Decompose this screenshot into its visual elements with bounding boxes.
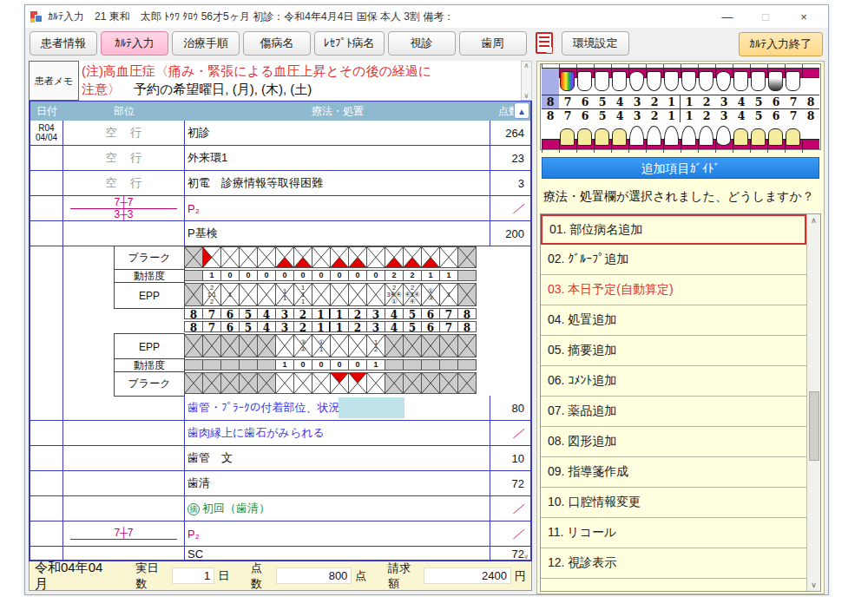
- perio-cell[interactable]: [348, 283, 367, 306]
- tooth-number-cell[interactable]: 8: [457, 308, 477, 319]
- tooth-number[interactable]: 2: [698, 95, 715, 108]
- perio-cell[interactable]: 1: [220, 283, 240, 306]
- tooth-number-cell[interactable]: 7: [202, 308, 221, 319]
- tooth-number[interactable]: 4: [611, 109, 628, 122]
- cell-treatment[interactable]: 摘初回（歯清）: [185, 496, 490, 521]
- tooth-number[interactable]: 4: [733, 95, 750, 108]
- mobility-cell[interactable]: [184, 270, 203, 281]
- guide-scroll-thumb[interactable]: [809, 391, 819, 461]
- perio-cell[interactable]: [403, 372, 422, 394]
- guide-scrollbar[interactable]: ∧ ∨: [806, 214, 820, 591]
- mobility-cell[interactable]: 0: [220, 270, 240, 281]
- cell-treatment[interactable]: P₂: [185, 196, 490, 220]
- memo-scroll-down-icon[interactable]: ∨: [524, 92, 529, 100]
- guide-item-03[interactable]: 03. 本日予定(自動算定): [541, 275, 806, 305]
- tooth-number[interactable]: 7: [785, 109, 802, 122]
- tooth-number[interactable]: 5: [750, 109, 767, 122]
- table-row[interactable]: R0404/04空 行初診264: [30, 121, 530, 146]
- lower-tooth-slot-5[interactable]: [750, 122, 767, 148]
- tooth-number[interactable]: 1: [681, 95, 698, 108]
- guide-item-10[interactable]: 10. 口腔情報変更: [541, 488, 806, 518]
- table-row[interactable]: SC72∨: [30, 547, 530, 561]
- tooth-number-cell[interactable]: 6: [421, 308, 440, 319]
- tooth-number[interactable]: 5: [594, 109, 611, 122]
- tooth-number-cell[interactable]: 1: [312, 308, 331, 319]
- tooth-number-cell[interactable]: 4: [385, 321, 404, 332]
- upper-tooth-slot-8[interactable]: [542, 69, 559, 95]
- mobility-cell[interactable]: 1: [421, 270, 440, 281]
- perio-cell[interactable]: [385, 372, 404, 394]
- tooth-number[interactable]: 8: [802, 95, 819, 108]
- perio-cell[interactable]: 11: [275, 283, 294, 306]
- minimize-button[interactable]: —: [708, 10, 746, 23]
- lower-tooth-slot-1[interactable]: [663, 122, 681, 148]
- perio-cell[interactable]: [257, 283, 276, 306]
- upper-tooth-slot-4[interactable]: [733, 69, 750, 95]
- perio-cell[interactable]: ③②: [293, 334, 312, 357]
- mobility-cell[interactable]: [403, 359, 422, 371]
- perio-cell[interactable]: [184, 246, 203, 268]
- tab-2[interactable]: ｶﾙﾃ入力: [101, 31, 168, 56]
- cell-treatment[interactable]: P基検: [185, 221, 490, 246]
- perio-cell[interactable]: [184, 334, 203, 357]
- tooth-number-cell[interactable]: 1: [330, 308, 349, 319]
- tooth-number-cell[interactable]: 4: [257, 321, 276, 332]
- perio-cell[interactable]: [457, 334, 477, 357]
- guide-item-05[interactable]: 05. 摘要追加: [541, 336, 806, 366]
- tooth-number[interactable]: 6: [576, 109, 594, 122]
- perio-cell[interactable]: ①③: [421, 283, 440, 306]
- perio-cell[interactable]: [403, 246, 422, 268]
- tooth-number-cell[interactable]: 5: [239, 308, 258, 319]
- guide-item-12[interactable]: 12. 視診表示: [541, 548, 806, 579]
- mobility-cell[interactable]: 0: [293, 270, 312, 281]
- tooth-number[interactable]: 4: [611, 95, 628, 108]
- guide-item-04[interactable]: 04. 処置追加: [541, 305, 806, 336]
- perio-cell[interactable]: [403, 334, 422, 357]
- perio-cell[interactable]: [439, 372, 458, 394]
- lower-tooth-slot-6[interactable]: [767, 122, 785, 148]
- mobility-cell[interactable]: 2: [385, 270, 404, 281]
- mobility-cell[interactable]: [457, 270, 477, 281]
- perio-cell[interactable]: [275, 334, 294, 357]
- table-row[interactable]: 空 行初電 診療情報等取得困難3: [30, 171, 530, 196]
- tab-7[interactable]: 歯周: [459, 31, 527, 56]
- tooth-number-cell[interactable]: 5: [239, 321, 258, 332]
- table-row[interactable]: 7┼73┼3P₂／: [30, 196, 530, 221]
- lower-tooth-slot-7[interactable]: [785, 122, 802, 148]
- perio-cell[interactable]: [184, 372, 203, 394]
- guide-scroll-track[interactable]: [809, 226, 819, 579]
- tooth-number-cell[interactable]: 8: [457, 321, 477, 332]
- mobility-cell[interactable]: [220, 359, 240, 371]
- table-row[interactable]: 7┼7P₂／: [30, 521, 530, 547]
- tooth-number-cell[interactable]: 2: [348, 321, 367, 332]
- memo-scrollbar[interactable]: ∧∨: [521, 61, 532, 101]
- guide-item-07[interactable]: 07. 薬品追加: [541, 397, 806, 427]
- perio-cell[interactable]: [239, 246, 258, 268]
- table-row[interactable]: P基検200: [30, 221, 530, 246]
- table-row[interactable]: 摘初回（歯清）／: [30, 496, 530, 521]
- upper-tooth-slot-5[interactable]: [594, 69, 611, 95]
- cell-treatment[interactable]: 歯管 文: [185, 446, 490, 470]
- cell-treatment[interactable]: 外来環1: [185, 146, 490, 170]
- guide-item-01[interactable]: 01. 部位病名追加: [541, 214, 806, 245]
- settings-button[interactable]: 環境設定: [562, 31, 629, 56]
- tooth-number[interactable]: 4: [733, 109, 750, 122]
- perio-cell[interactable]: ①1: [312, 334, 331, 357]
- tooth-number-cell[interactable]: 6: [220, 308, 240, 319]
- perio-cell[interactable]: 111: [293, 283, 312, 306]
- perio-cell[interactable]: [312, 372, 331, 394]
- perio-cell[interactable]: [312, 283, 331, 306]
- tooth-number-cell[interactable]: 8: [184, 308, 203, 319]
- cell-treatment[interactable]: 初診: [185, 121, 490, 145]
- mobility-cell[interactable]: 0: [348, 359, 367, 371]
- tooth-number[interactable]: 2: [646, 109, 663, 122]
- perio-cell[interactable]: [439, 246, 458, 268]
- lower-tooth-slot-8[interactable]: [802, 122, 819, 148]
- memo-icon-button[interactable]: [530, 30, 560, 56]
- perio-cell[interactable]: [275, 372, 294, 394]
- mobility-cell[interactable]: 2: [403, 270, 422, 281]
- upper-tooth-slot-2[interactable]: [698, 69, 715, 95]
- perio-cell[interactable]: [366, 283, 385, 306]
- memo-scroll-up-icon[interactable]: ∧: [524, 62, 529, 69]
- perio-cell[interactable]: [202, 372, 221, 394]
